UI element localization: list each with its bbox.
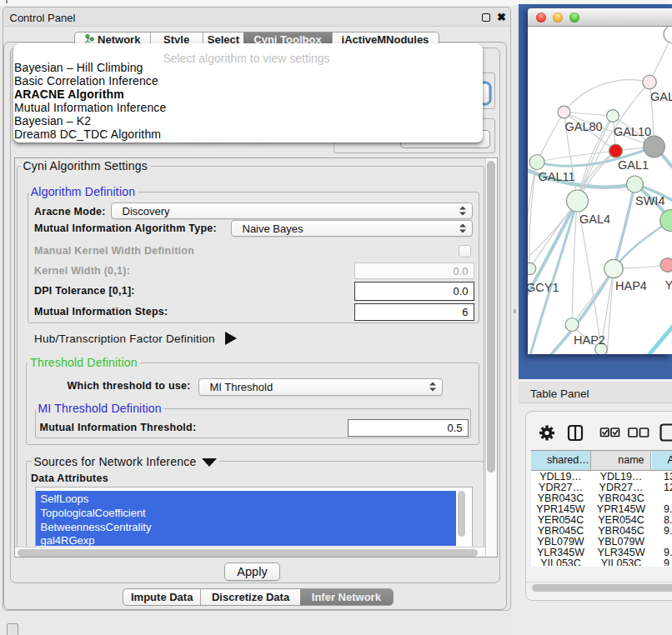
svg-text:GAL10: GAL10 [614,124,651,138]
svg-text:GCY1: GCY1 [528,280,559,293]
svg-text:YD: YD [665,278,672,291]
svg-text:GAL1: GAL1 [618,158,649,172]
svg-text:GAL4: GAL4 [579,212,610,226]
svg-text:HAP2: HAP2 [574,332,605,346]
svg-text:HAP4: HAP4 [615,278,647,292]
svg-text:SWI4: SWI4 [635,193,664,207]
svg-text:GAL80: GAL80 [565,119,603,132]
svg-text:GAL11: GAL11 [539,169,575,182]
svg-text:GAL7: GAL7 [650,90,672,103]
